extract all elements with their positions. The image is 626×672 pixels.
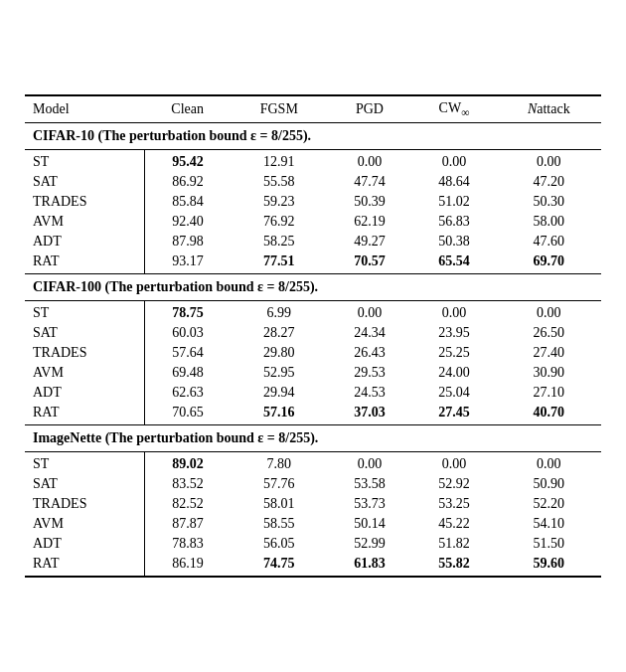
section-header-0: CIFAR-10 (The perturbation bound ε = 8/2… (25, 123, 601, 150)
table-row: SAT86.9255.5847.7448.6447.20 (25, 172, 601, 192)
cell-fgsm: 55.58 (231, 172, 327, 192)
model-name-cell: SAT (25, 323, 144, 343)
table-row: ST89.027.800.000.000.00 (25, 452, 601, 475)
cell-fgsm: 57.16 (231, 403, 327, 425)
table-row: TRADES57.6429.8026.4325.2527.40 (25, 343, 601, 363)
cell-nat: 40.70 (497, 403, 601, 425)
cell-clean: 95.42 (144, 150, 231, 173)
cell-fgsm: 52.95 (231, 363, 327, 383)
model-name-cell: RAT (25, 252, 144, 274)
cell-nat: 27.10 (497, 383, 601, 403)
cell-cw: 53.25 (411, 494, 496, 514)
table-row: ST78.756.990.000.000.00 (25, 301, 601, 324)
section-header-2: ImageNette (The perturbation bound ε = 8… (25, 425, 601, 452)
cell-cw: 25.25 (411, 343, 496, 363)
table-row: AVM87.8758.5550.1445.2254.10 (25, 514, 601, 534)
cell-clean: 57.64 (144, 343, 231, 363)
cell-clean: 62.63 (144, 383, 231, 403)
table-body: CIFAR-10 (The perturbation bound ε = 8/2… (25, 123, 601, 578)
table-container: Model Clean FGSM PGD CW∞ Nattack CIFAR-1… (25, 94, 601, 579)
col-nattack: Nattack (497, 95, 601, 123)
model-name-cell: RAT (25, 403, 144, 425)
cell-clean: 69.48 (144, 363, 231, 383)
cell-nat: 52.20 (497, 494, 601, 514)
cell-pgd: 52.99 (327, 534, 411, 554)
cell-fgsm: 74.75 (231, 554, 327, 577)
section-title-1: CIFAR-100 (The perturbation bound ε = 8/… (25, 274, 601, 301)
cell-clean: 86.92 (144, 172, 231, 192)
section-title-2: ImageNette (The perturbation bound ε = 8… (25, 425, 601, 452)
cell-fgsm: 6.99 (231, 301, 327, 324)
table-row: SAT83.5257.7653.5852.9250.90 (25, 474, 601, 494)
cell-fgsm: 12.91 (231, 150, 327, 173)
cell-nat: 47.60 (497, 232, 601, 252)
col-model: Model (25, 95, 144, 123)
col-cw: CW∞ (411, 95, 496, 123)
table-row: TRADES82.5258.0153.7353.2552.20 (25, 494, 601, 514)
table-row: RAT70.6557.1637.0327.4540.70 (25, 403, 601, 425)
cell-fgsm: 28.27 (231, 323, 327, 343)
cell-fgsm: 58.25 (231, 232, 327, 252)
cell-pgd: 26.43 (327, 343, 411, 363)
model-name-cell: SAT (25, 172, 144, 192)
cell-cw: 65.54 (411, 252, 496, 274)
cell-fgsm: 56.05 (231, 534, 327, 554)
cell-cw: 51.82 (411, 534, 496, 554)
cell-clean: 89.02 (144, 452, 231, 475)
model-name-cell: TRADES (25, 192, 144, 212)
model-name-cell: ST (25, 150, 144, 173)
table-row: ADT62.6329.9424.5325.0427.10 (25, 383, 601, 403)
cell-pgd: 0.00 (327, 301, 411, 324)
cell-pgd: 29.53 (327, 363, 411, 383)
cell-cw: 27.45 (411, 403, 496, 425)
cell-fgsm: 77.51 (231, 252, 327, 274)
cell-pgd: 24.53 (327, 383, 411, 403)
cell-fgsm: 57.76 (231, 474, 327, 494)
table-row: RAT93.1777.5170.5765.5469.70 (25, 252, 601, 274)
cell-cw: 0.00 (411, 452, 496, 475)
cell-pgd: 0.00 (327, 452, 411, 475)
cell-fgsm: 59.23 (231, 192, 327, 212)
model-name-cell: ST (25, 301, 144, 324)
cell-nat: 0.00 (497, 301, 601, 324)
cell-pgd: 24.34 (327, 323, 411, 343)
cell-pgd: 0.00 (327, 150, 411, 173)
table-row: RAT86.1974.7561.8355.8259.60 (25, 554, 601, 577)
cell-pgd: 50.14 (327, 514, 411, 534)
model-name-cell: ST (25, 452, 144, 475)
cell-nat: 58.00 (497, 212, 601, 232)
col-clean: Clean (144, 95, 231, 123)
cell-pgd: 61.83 (327, 554, 411, 577)
cell-cw: 0.00 (411, 301, 496, 324)
col-fgsm: FGSM (231, 95, 327, 123)
cell-nat: 0.00 (497, 452, 601, 475)
cell-nat: 59.60 (497, 554, 601, 577)
section-title-0: CIFAR-10 (The perturbation bound ε = 8/2… (25, 123, 601, 150)
cell-clean: 92.40 (144, 212, 231, 232)
cell-cw: 45.22 (411, 514, 496, 534)
cell-cw: 0.00 (411, 150, 496, 173)
cell-nat: 50.90 (497, 474, 601, 494)
cell-cw: 51.02 (411, 192, 496, 212)
cell-clean: 60.03 (144, 323, 231, 343)
cell-nat: 54.10 (497, 514, 601, 534)
cell-nat: 26.50 (497, 323, 601, 343)
cell-nat: 69.70 (497, 252, 601, 274)
cell-nat: 51.50 (497, 534, 601, 554)
cell-pgd: 50.39 (327, 192, 411, 212)
cell-nat: 47.20 (497, 172, 601, 192)
model-name-cell: ADT (25, 383, 144, 403)
cell-clean: 85.84 (144, 192, 231, 212)
cell-pgd: 47.74 (327, 172, 411, 192)
cell-clean: 87.87 (144, 514, 231, 534)
model-name-cell: ADT (25, 232, 144, 252)
cell-clean: 82.52 (144, 494, 231, 514)
header-row: Model Clean FGSM PGD CW∞ Nattack (25, 95, 601, 123)
table-row: AVM69.4852.9529.5324.0030.90 (25, 363, 601, 383)
cell-pgd: 62.19 (327, 212, 411, 232)
section-header-1: CIFAR-100 (The perturbation bound ε = 8/… (25, 274, 601, 301)
cell-cw: 24.00 (411, 363, 496, 383)
model-name-cell: TRADES (25, 494, 144, 514)
cell-nat: 50.30 (497, 192, 601, 212)
cell-clean: 93.17 (144, 252, 231, 274)
